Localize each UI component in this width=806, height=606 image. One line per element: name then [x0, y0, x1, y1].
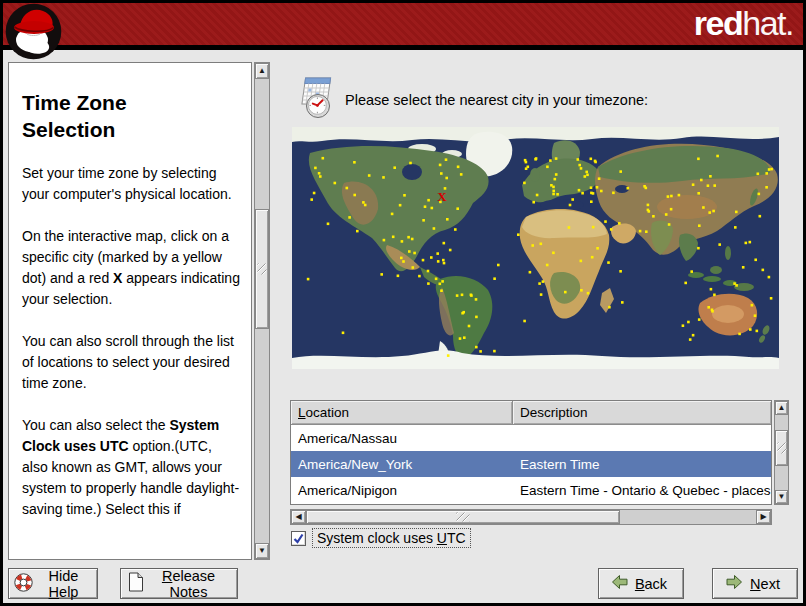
scroll-up-icon[interactable]: ▲ [775, 401, 788, 415]
help-paragraph: On the interactive map, click on a speci… [22, 226, 241, 310]
column-header-description[interactable]: Description [513, 401, 771, 425]
next-label: Next [743, 576, 787, 592]
life-ring-icon [13, 572, 34, 596]
back-button[interactable]: Back [598, 568, 684, 599]
redhat-wordmark: redhat. [694, 4, 793, 43]
help-paragraph: You can also scroll through the list of … [22, 331, 241, 394]
back-arrow-icon [611, 574, 629, 593]
next-arrow-icon [725, 574, 743, 593]
help-text: Set your time zone by selecting your com… [22, 163, 241, 520]
table-body: America/NassauAmerica/New_YorkEastern Ti… [291, 425, 771, 503]
checkmark-icon [292, 532, 305, 545]
wordmark-bold: red [694, 4, 742, 42]
scroll-left-icon[interactable]: ◀ [291, 510, 306, 524]
next-button[interactable]: Next [712, 568, 798, 599]
page-title: Time Zone Selection [22, 89, 197, 143]
scroll-up-icon[interactable]: ▲ [255, 63, 269, 79]
scroll-right-icon[interactable]: ▶ [756, 510, 771, 524]
help-scrollbar-thumb[interactable] [255, 209, 269, 329]
table-header: Location Description [291, 401, 771, 425]
redhat-shadowman-logo-icon [5, 3, 62, 65]
hide-help-label: Hide Help [36, 568, 91, 600]
table-vertical-scrollbar[interactable]: ▲ ▼ [774, 400, 789, 505]
wordmark-rest: hat. [742, 4, 793, 42]
selected-city-marker: X [437, 189, 447, 204]
calendar-clock-icon [292, 75, 334, 125]
help-paragraph: You can also select the System Clock use… [22, 415, 241, 520]
prompt-text: Please select the nearest city in your t… [345, 92, 648, 108]
hide-help-button[interactable]: Hide Help [8, 568, 98, 599]
header-bar [3, 3, 803, 45]
table-row[interactable]: America/NipigonEastern Time - Ontario & … [291, 477, 771, 503]
document-icon [128, 572, 144, 595]
table-hscrollbar-thumb[interactable] [306, 510, 620, 524]
prompt-row: Please select the nearest city in your t… [292, 75, 648, 125]
table-vscrollbar-thumb[interactable] [775, 430, 788, 466]
scroll-down-icon[interactable]: ▼ [775, 490, 788, 504]
column-header-location[interactable]: Location [291, 401, 513, 425]
release-notes-button[interactable]: Release Notes [120, 568, 238, 599]
scroll-down-icon[interactable]: ▼ [255, 543, 269, 559]
installer-window: redhat. Time Zone Selection Set your tim… [0, 0, 806, 606]
utc-checkbox[interactable] [291, 531, 306, 546]
release-notes-label: Release Notes [148, 568, 229, 600]
table-row[interactable]: America/Nassau [291, 425, 771, 451]
table-row[interactable]: America/New_YorkEastern Time [291, 451, 771, 477]
header-separator [3, 45, 803, 50]
utc-checkbox-label[interactable]: System clock uses UTC [312, 528, 471, 548]
help-paragraph: Set your time zone by selecting your com… [22, 163, 241, 205]
help-scrollbar[interactable]: ▲ ▼ [254, 62, 270, 560]
utc-row: System clock uses UTC [291, 528, 471, 548]
back-label: Back [629, 576, 673, 592]
column-header-location-label: Location [298, 405, 349, 420]
help-panel: Time Zone Selection Set your time zone b… [8, 62, 252, 560]
column-header-description-label: Description [520, 405, 588, 420]
timezone-world-map[interactable]: X [292, 127, 779, 369]
table-horizontal-scrollbar[interactable]: ◀ ▶ [290, 509, 772, 525]
timezone-table: Location Description America/NassauAmeri… [290, 400, 772, 505]
